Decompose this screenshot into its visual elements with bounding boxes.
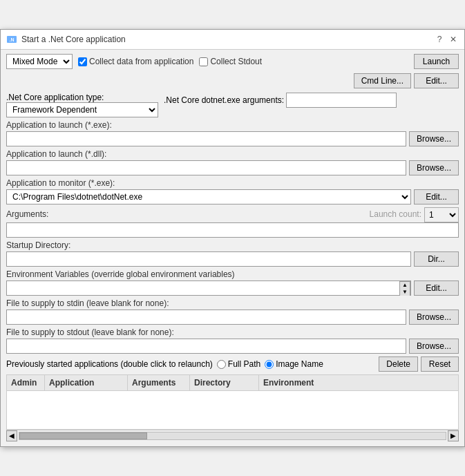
prev-launched-table: Admin Application Arguments Directory En… — [6, 374, 459, 430]
startup-dir-input[interactable] — [6, 251, 411, 267]
spinbox-up[interactable]: ▲ — [400, 282, 410, 289]
close-button[interactable]: ✕ — [448, 34, 459, 45]
collect-stdout-label: Collect Stdout — [199, 57, 262, 66]
image-name-radio[interactable] — [265, 360, 274, 369]
startup-dir-row: Startup Directory: Dir... — [6, 240, 459, 267]
launch-count-select[interactable]: 1 2 3 4 5 — [424, 207, 459, 222]
help-button[interactable]: ? — [434, 34, 445, 45]
title-bar-controls: ? ✕ — [434, 34, 459, 45]
dotnet-args-col: .Net Core dotnet.exe arguments: exec — [164, 93, 459, 117]
collect-data-checkbox[interactable] — [78, 57, 87, 66]
dotnet-args-input[interactable]: exec — [286, 93, 397, 108]
app-launch-dll-input[interactable]: E:\om\c\testApps\dotNetTestApps\Bank\Ban… — [6, 160, 406, 175]
app-launch-exe-label: Application to launch (*.exe): — [6, 120, 459, 130]
content-area: Mixed Mode Pure Mode Collect data from a… — [1, 50, 464, 446]
th-arguments: Arguments — [128, 375, 190, 390]
browse-dll-button[interactable]: Browse... — [409, 160, 459, 175]
scrollbar-row: ◀ ▶ — [6, 430, 459, 441]
full-path-label: Full Path — [228, 359, 260, 369]
collect-stdout-checkbox[interactable] — [199, 57, 208, 66]
arguments-label: Arguments: — [6, 209, 48, 219]
arguments-input[interactable] — [6, 222, 459, 238]
scroll-left-button[interactable]: ◀ — [6, 430, 17, 441]
stdin-file-input[interactable] — [6, 310, 406, 325]
app-launch-exe-row: Application to launch (*.exe): C:\Progra… — [6, 120, 459, 146]
app-launch-dll-row: Application to launch (*.dll): E:\om\c\t… — [6, 149, 459, 175]
browse-stdin-button[interactable]: Browse... — [409, 310, 459, 325]
th-directory: Directory — [190, 375, 259, 390]
edit-env-button[interactable]: Edit... — [414, 280, 459, 296]
scroll-thumb — [19, 432, 147, 439]
app-icon: .N — [6, 34, 17, 45]
launch-button[interactable]: Launch — [414, 54, 459, 69]
title-bar-left: .N Start a .Net Core application — [6, 34, 126, 45]
stdout-file-input[interactable] — [6, 339, 406, 354]
prev-launched-label: Previously started applications (double … — [6, 359, 213, 369]
svg-text:.N: .N — [10, 37, 15, 42]
reset-button[interactable]: Reset — [421, 356, 459, 372]
dotnet-args-label: .Net Core dotnet.exe arguments: — [164, 95, 284, 105]
scroll-right-button[interactable]: ▶ — [448, 430, 459, 441]
toolbar-right: Launch — [414, 54, 459, 69]
cmdline-button[interactable]: Cmd Line... — [354, 73, 411, 88]
launch-count-label: Launch count: — [370, 209, 421, 219]
arguments-launch-count: Arguments: Launch count: 1 2 3 4 5 — [6, 207, 459, 222]
spinbox-down[interactable]: ▼ — [400, 289, 410, 296]
prev-launched-controls: Previously started applications (double … — [6, 356, 459, 372]
stdout-file-row: File to supply to stdout (leave blank fo… — [6, 327, 459, 354]
stdout-file-label: File to supply to stdout (leave blank fo… — [6, 327, 459, 337]
title-bar: .N Start a .Net Core application ? ✕ — [1, 30, 464, 50]
stdin-file-row: File to supply to stdin (leave blank for… — [6, 298, 459, 325]
full-path-radio-label: Full Path — [217, 359, 260, 369]
toolbar: Mixed Mode Pure Mode Collect data from a… — [6, 54, 459, 69]
startup-dir-label: Startup Directory: — [6, 240, 459, 250]
table-header: Admin Application Arguments Directory En… — [7, 375, 458, 391]
table-body — [7, 391, 458, 429]
app-launch-exe-input[interactable]: C:\Program Files\dotnet\dotNet.exe — [6, 131, 406, 146]
env-vars-row: Environment Variables (override global e… — [6, 269, 459, 296]
full-path-radio[interactable] — [217, 360, 226, 369]
launch-count-group: Launch count: 1 2 3 4 5 — [370, 207, 459, 222]
th-application: Application — [45, 375, 128, 390]
stdin-file-label: File to supply to stdin (leave blank for… — [6, 298, 459, 308]
th-environment: Environment — [259, 375, 458, 390]
env-vars-label: Environment Variables (override global e… — [6, 269, 459, 279]
arguments-row: Arguments: Launch count: 1 2 3 4 5 — [6, 207, 459, 238]
browse-exe-button[interactable]: Browse... — [409, 131, 459, 146]
collect-data-label: Collect data from application — [78, 57, 193, 66]
browse-stdout-button[interactable]: Browse... — [409, 339, 459, 354]
env-spinbox: ▲ ▼ — [399, 281, 410, 295]
app-launch-dll-label: Application to launch (*.dll): — [6, 149, 459, 159]
dir-button[interactable]: Dir... — [414, 251, 459, 267]
main-window: .N Start a .Net Core application ? ✕ Mix… — [0, 29, 465, 447]
edit-monitor-button[interactable]: Edit... — [414, 189, 459, 204]
horizontal-scrollbar[interactable] — [19, 432, 446, 440]
image-name-radio-label: Image Name — [265, 359, 323, 369]
app-type-label: .Net Core application type: — [6, 93, 104, 102]
type-args-row: .Net Core application type: Framework De… — [6, 93, 459, 117]
app-type-select[interactable]: Framework Dependent Self Contained — [6, 102, 158, 117]
delete-button[interactable]: Delete — [379, 356, 418, 372]
app-monitor-label: Application to monitor (*.exe): — [6, 178, 459, 188]
image-name-label: Image Name — [276, 359, 323, 369]
th-admin: Admin — [7, 375, 45, 390]
edit-top-button[interactable]: Edit... — [414, 73, 459, 88]
env-vars-input[interactable] — [7, 281, 399, 295]
app-monitor-select[interactable]: C:\Program Files\dotnet\dotNet.exe — [6, 189, 411, 204]
window-title: Start a .Net Core application — [21, 35, 126, 44]
app-monitor-row: Application to monitor (*.exe): C:\Progr… — [6, 178, 459, 204]
env-vars-input-row: ▲ ▼ Edit... — [6, 280, 459, 296]
mode-select[interactable]: Mixed Mode Pure Mode — [6, 54, 73, 69]
app-type-col: .Net Core application type: Framework De… — [6, 93, 158, 117]
